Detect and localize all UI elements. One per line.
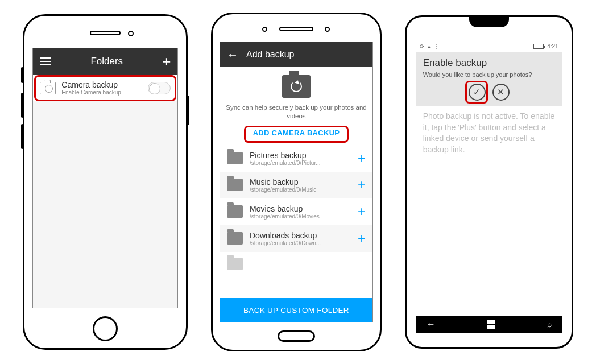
status-bar: ⟳ ▴ ⋮ 4:21 bbox=[416, 40, 562, 52]
hamburger-icon[interactable] bbox=[40, 57, 51, 65]
list-item[interactable]: Movies backup /storage/emulated/0/Movies… bbox=[220, 198, 372, 225]
folder-icon bbox=[227, 152, 243, 164]
camera-backup-row[interactable]: Camera backup Enable Camera backup bbox=[33, 75, 177, 101]
add-icon[interactable]: + bbox=[358, 151, 366, 165]
windows-icon[interactable] bbox=[487, 320, 495, 329]
notch bbox=[469, 16, 509, 27]
hero-section: Sync can help securely back up your phot… bbox=[220, 67, 372, 145]
close-icon: ✕ bbox=[497, 87, 504, 97]
home-button[interactable] bbox=[278, 330, 315, 342]
list-item[interactable]: Pictures backup /storage/emulated/0/Pict… bbox=[220, 145, 372, 172]
body-content: Photo backup is not active. To enable it… bbox=[416, 106, 562, 316]
add-camera-backup-button[interactable]: ADD CAMERA BACKUP bbox=[245, 125, 348, 140]
front-camera-icon bbox=[128, 31, 134, 36]
list-item[interactable]: Music backup /storage/emulated/0/Music + bbox=[220, 172, 372, 198]
power-button bbox=[187, 96, 189, 125]
add-icon[interactable]: + bbox=[358, 205, 366, 218]
home-button[interactable] bbox=[93, 316, 118, 341]
back-icon[interactable]: ← bbox=[227, 48, 238, 61]
item-path: /storage/emulated/0/Music bbox=[250, 187, 351, 193]
iphone-frame: Folders + Camera backup Enable Camera ba… bbox=[23, 14, 188, 350]
speaker-icon bbox=[90, 31, 121, 35]
battery-icon bbox=[533, 44, 544, 49]
android-screen: ← Add backup Sync can help securely back… bbox=[220, 42, 373, 322]
page-title: Add backup bbox=[246, 49, 295, 60]
cancel-button[interactable]: ✕ bbox=[492, 84, 510, 101]
enable-backup-dialog: Enable backup Would you like to back up … bbox=[416, 52, 562, 106]
wifi-icon: ⋮ bbox=[434, 43, 440, 49]
camera-icon bbox=[40, 82, 56, 94]
dialog-text: Would you like to back up your photos? bbox=[423, 71, 555, 78]
row-title: Camera backup bbox=[61, 80, 142, 89]
winphone-screen: ⟳ ▴ ⋮ 4:21 Enable backup Would you like … bbox=[416, 40, 562, 333]
front-camera-icon bbox=[325, 27, 330, 32]
back-icon[interactable]: ← bbox=[427, 319, 436, 329]
status-time: 4:21 bbox=[547, 43, 558, 49]
camera-sync-icon bbox=[282, 75, 311, 98]
item-title: Music backup bbox=[250, 177, 351, 187]
sensor-icon bbox=[262, 27, 267, 32]
add-icon[interactable]: + bbox=[358, 231, 366, 245]
volume-down bbox=[21, 124, 23, 149]
item-title: Downloads backup bbox=[250, 231, 351, 240]
help-text: Photo backup is not active. To enable it… bbox=[423, 111, 555, 155]
item-path: /storage/emulated/0/Movies bbox=[250, 213, 351, 220]
check-icon: ✓ bbox=[473, 87, 481, 97]
android-header: ← Add backup bbox=[220, 42, 372, 67]
backup-custom-folder-button[interactable]: BACK UP CUSTOM FOLDER bbox=[220, 298, 372, 322]
dialog-title: Enable backup bbox=[423, 57, 555, 69]
ios-header: Folders + bbox=[33, 48, 177, 75]
item-title: Movies backup bbox=[250, 204, 351, 213]
iphone-screen: Folders + Camera backup Enable Camera ba… bbox=[32, 48, 178, 308]
item-path: /storage/emulated/0/Pictur... bbox=[250, 160, 351, 166]
page-title: Folders bbox=[51, 56, 162, 67]
item-path: /storage/emulated/0/Down... bbox=[250, 240, 351, 246]
hero-description: Sync can help securely back up your phot… bbox=[226, 104, 367, 121]
backup-list: Pictures backup /storage/emulated/0/Pict… bbox=[220, 145, 372, 298]
list-item[interactable]: Downloads backup /storage/emulated/0/Dow… bbox=[220, 225, 372, 252]
add-button[interactable]: + bbox=[162, 54, 171, 69]
mute-switch bbox=[21, 67, 23, 83]
folder-icon bbox=[227, 205, 243, 218]
camera-backup-toggle[interactable] bbox=[148, 82, 171, 94]
speaker-icon bbox=[279, 27, 313, 31]
folder-icon bbox=[227, 232, 243, 245]
volume-up bbox=[21, 93, 23, 118]
folder-icon bbox=[227, 258, 243, 270]
row-subtitle: Enable Camera backup bbox=[61, 89, 142, 96]
nav-bar: ← ⌕ bbox=[416, 316, 562, 333]
winphone-frame: ⟳ ▴ ⋮ 4:21 Enable backup Would you like … bbox=[405, 15, 573, 349]
add-icon[interactable]: + bbox=[358, 178, 366, 192]
row-texts: Camera backup Enable Camera backup bbox=[61, 80, 142, 96]
folder-icon bbox=[227, 179, 243, 191]
item-title: Pictures backup bbox=[250, 151, 351, 160]
signal-icon: ▴ bbox=[428, 43, 431, 49]
list-item[interactable] bbox=[220, 252, 372, 276]
sync-status-icon: ⟳ bbox=[420, 43, 424, 49]
confirm-button[interactable]: ✓ bbox=[469, 84, 486, 101]
search-icon[interactable]: ⌕ bbox=[547, 320, 552, 329]
android-frame: ← Add backup Sync can help securely back… bbox=[211, 13, 382, 351]
